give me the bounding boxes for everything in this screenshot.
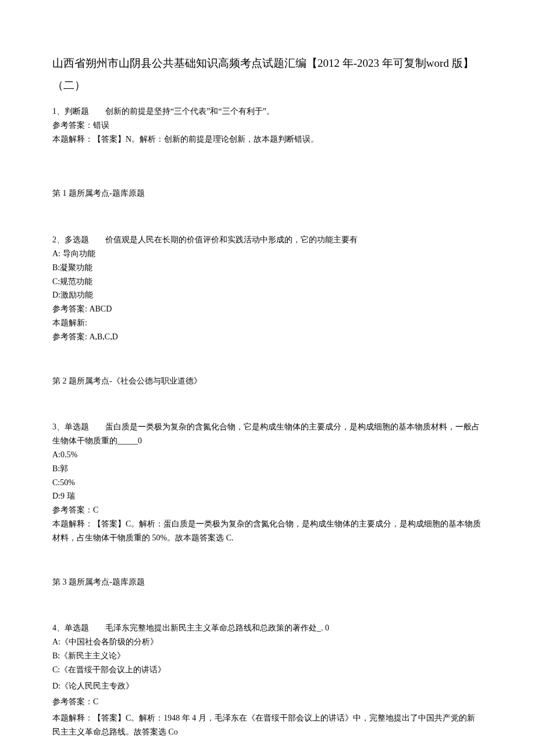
q2-ref-answer: 参考答案: ABCD [52,302,483,316]
q4-explain: 本题解释：【答案】C。解析：1948 年 4 月，毛泽东在《在晋绥干部会议上的讲… [52,711,483,739]
q1-explain: 本题解释：【答案】N。解析：创新的前提是理论创新，故本题判断错误。 [52,132,483,146]
question-4: 4、单选题 毛泽东完整地提出新民主主义革命总路线和总政策的著作处_. 0 A:《… [52,621,483,739]
q2-option-a: A: 导向功能 [52,247,483,261]
q1-source: 第 1 题所属考点-题库原题 [52,187,483,200]
q4-stem: 4、单选题 毛泽东完整地提出新民主主义革命总路线和总政策的著作处_. 0 [52,621,483,635]
q3-source: 第 3 题所属考点-题库原题 [52,575,483,589]
q2-explain-1: 本题解新: [52,316,483,330]
q4-option-d: D:《论人民民主专政》 [52,679,483,693]
q2-option-d: D:激励功能 [52,288,483,302]
q2-option-b: B:凝聚功能 [52,261,483,275]
question-1: 1、判断题 创新的前提是坚持“三个代表”和“三个有利于”。 参考答案：错误 本题… [52,105,483,146]
question-3: 3、单选题 蛋白质是一类极为复杂的含氮化合物，它是构成生物体的主要成分，是构成细… [52,420,483,544]
q3-stem: 3、单选题 蛋白质是一类极为复杂的含氮化合物，它是构成生物体的主要成分，是构成细… [52,420,483,448]
q3-explain: 本题解释：【答案】C。解析：蛋白质是一类极为复杂的含氮化合物，是构成生物体的主要… [52,517,483,545]
q4-ref-answer: 参考答案：C [52,695,483,709]
q3-option-a: A:0.5% [52,448,483,462]
q3-option-b: B:郭 [52,462,483,476]
question-2: 2、多选题 价值观是人民在长期的价值评价和实践活动中形成的，它的功能主要有 A:… [52,233,483,343]
q2-source: 第 2 题所属考点-《社会公德与职业道德》 [52,374,483,388]
q4-option-a: A:《中国社会各阶级的分析》 [52,635,483,649]
q2-option-c: C:规范功能 [52,275,483,289]
q4-option-c: C:《在晋绥干部会议上的讲话》 [52,663,483,677]
q1-stem: 1、判断题 创新的前提是坚持“三个代表”和“三个有利于”。 [52,105,483,119]
q2-stem: 2、多选题 价值观是人民在长期的价值评价和实践活动中形成的，它的功能主要有 [52,233,483,247]
q3-ref-answer: 参考答案：C [52,503,483,517]
q1-ref-answer: 参考答案：错误 [52,119,483,132]
q4-option-b: B:《新民主主义论》 [52,649,483,663]
q3-option-d: D:9 瑞 [52,489,483,503]
q2-explain-2: 参考答案: A,B,C,D [52,330,483,344]
q3-option-c: C:50% [52,476,483,490]
document-title: 山西省朔州市山阴县公共基础知识高频考点试题汇编【2012 年-2023 年可复制… [52,52,483,96]
